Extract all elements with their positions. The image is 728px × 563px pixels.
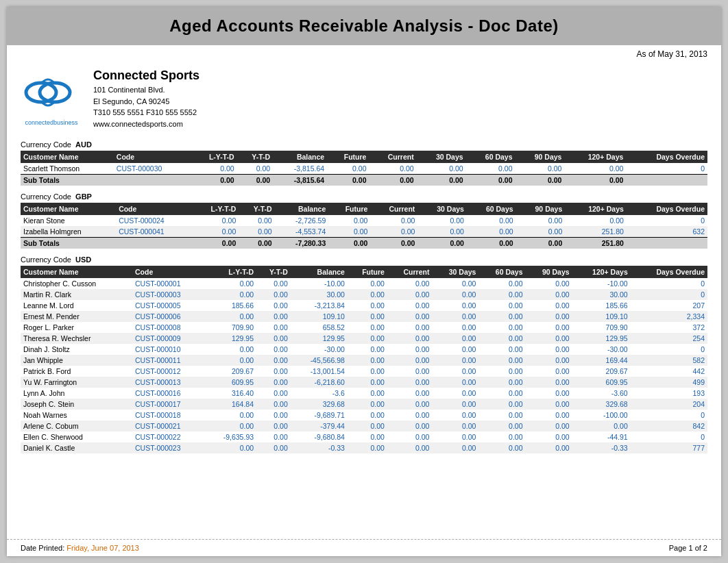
cell-balance: 658.52 bbox=[291, 322, 348, 333]
table-row: Kieran StoneCUST-0000240.000.00-2,726.59… bbox=[21, 215, 707, 226]
cell-days60: 0.00 bbox=[478, 421, 525, 431]
col-header-days60: 60 Days bbox=[467, 203, 516, 215]
cell-days_overdue: 0 bbox=[631, 344, 707, 355]
subtotal-current: 0.00 bbox=[369, 175, 416, 186]
cell-ytd: 0.00 bbox=[237, 163, 274, 175]
col-header-balance: Balance bbox=[275, 203, 329, 215]
cell-days60: 0.00 bbox=[478, 278, 525, 289]
cell-code: CUST-000024 bbox=[116, 215, 193, 226]
cell-days90: 0.00 bbox=[526, 333, 572, 344]
cell-balance: -4,553.74 bbox=[275, 226, 329, 238]
table-row: Martin R. ClarkCUST-0000030.000.0030.000… bbox=[21, 289, 707, 300]
cell-days_overdue: 582 bbox=[631, 355, 707, 366]
cell-days90: 0.00 bbox=[526, 366, 572, 377]
subtotal-lytd: 0.00 bbox=[191, 175, 236, 186]
cell-lytd: 0.00 bbox=[205, 278, 256, 289]
cell-balance: -10.00 bbox=[291, 278, 348, 289]
company-name: Connected Sports bbox=[93, 68, 707, 83]
cell-current: 0.00 bbox=[369, 163, 416, 175]
cell-days60: 0.00 bbox=[478, 366, 525, 377]
cell-code: CUST-000006 bbox=[132, 311, 205, 322]
cell-days60: 0.00 bbox=[478, 431, 525, 442]
currency-label: Currency Code USD bbox=[21, 255, 707, 264]
subtotal-future: 0.00 bbox=[328, 238, 370, 249]
subtotal-ytd: 0.00 bbox=[237, 175, 274, 186]
cell-code: CUST-000017 bbox=[132, 399, 205, 410]
cell-name: Dinah J. Stoltz bbox=[21, 344, 132, 355]
cell-days30: 0.00 bbox=[432, 289, 478, 300]
col-header-days120: 120+ Days bbox=[564, 151, 626, 163]
cell-balance: -13,001.54 bbox=[291, 366, 348, 377]
cell-days120: -30.00 bbox=[572, 344, 631, 355]
cell-name: Patrick B. Ford bbox=[21, 366, 132, 377]
cell-code: CUST-000018 bbox=[132, 410, 205, 421]
cell-days120: -10.00 bbox=[572, 278, 631, 289]
cell-ytd: 0.00 bbox=[256, 355, 291, 366]
subtotal-days120: 251.80 bbox=[565, 238, 627, 249]
cell-balance: -6,218.60 bbox=[291, 377, 348, 388]
col-header-current: Current bbox=[369, 151, 416, 163]
cell-code: CUST-000008 bbox=[132, 322, 205, 333]
cell-days_overdue: 204 bbox=[631, 399, 707, 410]
cell-balance: -30.00 bbox=[291, 344, 348, 355]
cell-name: Ernest M. Pender bbox=[21, 311, 132, 322]
cell-code: CUST-000003 bbox=[132, 289, 205, 300]
subtotal-lytd: 0.00 bbox=[193, 238, 239, 249]
cell-days60: 0.00 bbox=[478, 377, 525, 388]
col-header-balance: Balance bbox=[273, 151, 327, 163]
cell-current: 0.00 bbox=[387, 311, 433, 322]
cell-days60: 0.00 bbox=[466, 163, 515, 175]
cell-lytd: 709.90 bbox=[205, 322, 256, 333]
cell-days90: 0.00 bbox=[526, 431, 572, 442]
col-header-days_overdue: Days Overdue bbox=[626, 151, 707, 163]
subtotal-row: Sub Totals0.000.00-7,280.330.000.000.000… bbox=[21, 238, 707, 249]
table-row: Leanne M. LordCUST-000005185.660.00-3,21… bbox=[21, 300, 707, 311]
col-header-days120: 120+ Days bbox=[565, 203, 627, 215]
cell-days90: 0.00 bbox=[526, 442, 572, 453]
subtotal-code bbox=[114, 175, 191, 186]
report-page: Aged Accounts Receivable Analysis - Doc … bbox=[7, 7, 721, 556]
cell-balance: -45,566.98 bbox=[291, 355, 348, 366]
cell-ytd: 0.00 bbox=[256, 311, 291, 322]
cell-lytd: 0.00 bbox=[205, 442, 256, 453]
report-footer: Date Printed: Friday, June 07, 2013 Page… bbox=[7, 539, 721, 556]
footer-page: Page 1 of 2 bbox=[669, 544, 707, 552]
data-table: Customer NameCodeL-Y-T-DY-T-DBalanceFutu… bbox=[21, 203, 707, 249]
cell-days_overdue: 254 bbox=[631, 333, 707, 344]
cell-days90: 0.00 bbox=[526, 399, 572, 410]
cell-days30: 0.00 bbox=[432, 442, 478, 453]
cell-lytd: 0.00 bbox=[205, 410, 256, 421]
cell-balance: -0.33 bbox=[291, 442, 348, 453]
col-header-future: Future bbox=[328, 203, 370, 215]
table-row: Ernest M. PenderCUST-0000060.000.00109.1… bbox=[21, 311, 707, 322]
cell-current: 0.00 bbox=[387, 289, 433, 300]
cell-future: 0.00 bbox=[328, 215, 370, 226]
cell-code: CUST-000001 bbox=[132, 278, 205, 289]
cell-days90: 0.00 bbox=[526, 289, 572, 300]
cell-days60: 0.00 bbox=[478, 355, 525, 366]
col-header-ytd: Y-T-D bbox=[239, 203, 274, 215]
cell-code: CUST-000009 bbox=[132, 333, 205, 344]
cell-balance: 129.95 bbox=[291, 333, 348, 344]
table-row: Dinah J. StoltzCUST-0000100.000.00-30.00… bbox=[21, 344, 707, 355]
cell-days120: -0.33 bbox=[572, 442, 631, 453]
col-header-customer_name: Customer Name bbox=[21, 203, 116, 215]
cell-days30: 0.00 bbox=[432, 421, 478, 431]
footer-date: Date Printed: Friday, June 07, 2013 bbox=[21, 544, 139, 552]
cell-days120: -3.60 bbox=[572, 388, 631, 399]
cell-days_overdue: 842 bbox=[631, 421, 707, 431]
subtotal-days120: 0.00 bbox=[564, 175, 626, 186]
company-logo bbox=[21, 68, 75, 116]
cell-lytd: 129.95 bbox=[205, 333, 256, 344]
cell-days60: 0.00 bbox=[478, 333, 525, 344]
cell-future: 0.00 bbox=[348, 333, 387, 344]
cell-balance: -2,726.59 bbox=[275, 215, 329, 226]
cell-name: Izabella Holmgren bbox=[21, 226, 116, 238]
cell-days120: 709.90 bbox=[572, 322, 631, 333]
col-header-days90: 90 Days bbox=[526, 266, 572, 278]
cell-days60: 0.00 bbox=[478, 399, 525, 410]
cell-name: Lynn A. John bbox=[21, 388, 132, 399]
cell-days30: 0.00 bbox=[432, 322, 478, 333]
cell-days60: 0.00 bbox=[478, 289, 525, 300]
cell-days90: 0.00 bbox=[526, 388, 572, 399]
